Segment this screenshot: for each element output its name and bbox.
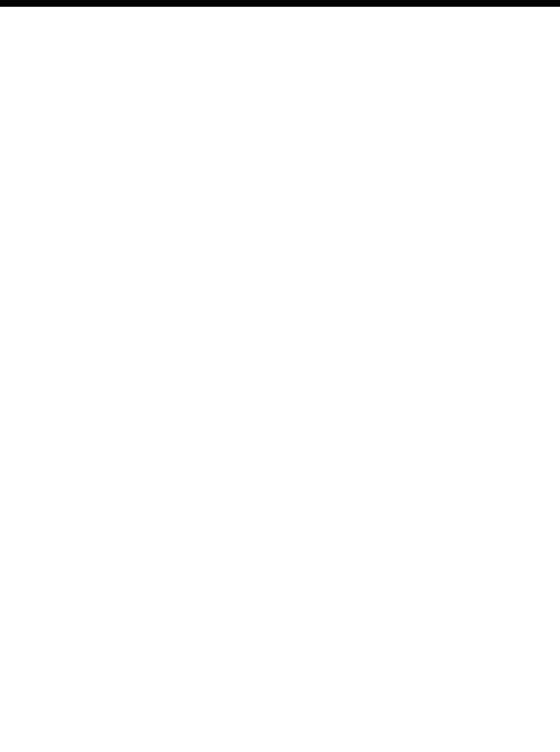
top-black-bar xyxy=(0,0,560,7)
